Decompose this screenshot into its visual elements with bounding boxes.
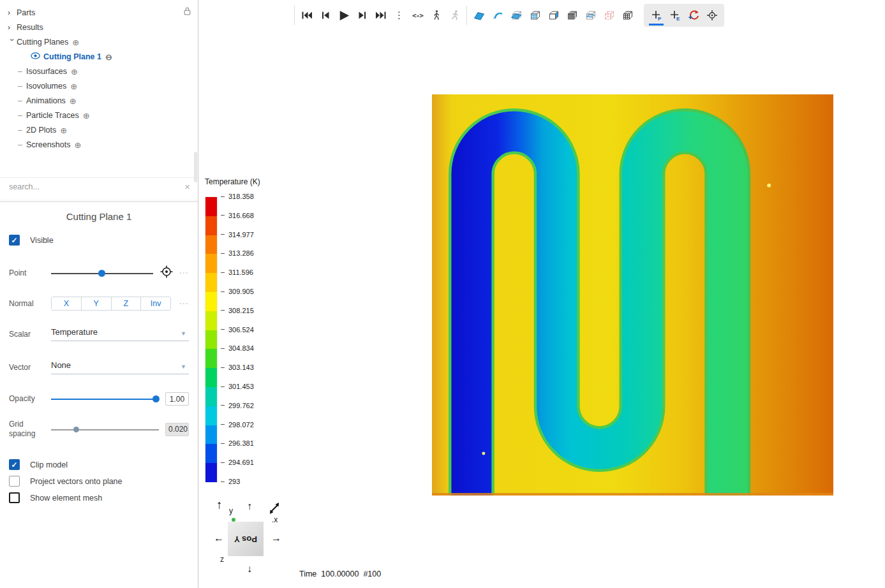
more-options-icon[interactable]: ⋮	[390, 5, 408, 26]
red-wireframe-box-icon[interactable]	[599, 5, 618, 26]
normal-inv-button[interactable]: Inv	[141, 297, 170, 310]
clear-probes-icon[interactable]	[684, 5, 703, 26]
add-circle-icon[interactable]: ⊕	[74, 140, 81, 150]
tree-branch-line	[18, 130, 22, 131]
tree-item-cutting-plane-1[interactable]: Cutting Plane 1 ⊖	[8, 52, 193, 62]
normal-x-button[interactable]: X	[52, 297, 82, 310]
project-vectors-checkbox[interactable]	[9, 476, 20, 487]
visible-checkbox[interactable]: ✓	[9, 235, 20, 246]
rotate-left-arrow-icon[interactable]: ←	[214, 533, 224, 543]
clip-plane-solid-icon[interactable]	[470, 5, 488, 26]
grid-spacing-label: Grid spacing	[9, 420, 46, 439]
visible-label: Visible	[30, 236, 54, 245]
chevron-down-icon[interactable]: ›	[8, 38, 17, 47]
step-forward-button[interactable]	[353, 5, 371, 26]
tree-item-cutting-planes[interactable]: › Cutting Planes ⊕	[8, 37, 193, 47]
render-view[interactable]	[432, 94, 833, 496]
vector-dropdown[interactable]: None ▼	[51, 360, 189, 374]
remove-circle-icon[interactable]: ⊖	[105, 52, 112, 62]
xml-glyph: <->	[412, 11, 423, 20]
step-back-button[interactable]	[316, 5, 334, 26]
chevron-right-icon[interactable]: ›	[8, 23, 17, 32]
chevron-right-icon[interactable]: ›	[8, 8, 17, 17]
point-more-icon[interactable]: ⋯	[179, 267, 189, 279]
legend-band	[205, 406, 217, 425]
slider-track	[51, 429, 159, 430]
grid-spacing-slider[interactable]	[51, 425, 159, 434]
tree-item-parts[interactable]: › Parts	[8, 8, 193, 18]
opacity-slider[interactable]	[51, 395, 159, 403]
add-circle-icon[interactable]: ⊕	[70, 82, 77, 91]
show-mesh-label: Show element mesh	[30, 494, 102, 503]
legend-tick-label: 314.977	[228, 231, 254, 239]
grid-spacing-value-box[interactable]: 0.020	[165, 423, 189, 436]
scalar-dropdown[interactable]: Temperature ▼	[51, 327, 189, 341]
add-circle-icon[interactable]: ⊕	[83, 111, 90, 121]
clip-plane-curved-icon[interactable]	[488, 5, 507, 26]
table-face-box-icon[interactable]	[618, 5, 636, 26]
legend-band	[205, 330, 217, 349]
slider-thumb[interactable]	[73, 427, 79, 432]
opacity-label: Opacity	[9, 394, 46, 404]
clear-search-icon[interactable]: ×	[184, 181, 190, 192]
show-mesh-checkbox[interactable]	[9, 492, 20, 503]
tree-item-animations[interactable]: Animations ⊕	[8, 96, 193, 106]
add-circle-icon[interactable]: ⊕	[60, 126, 67, 135]
tree-item-particle-traces[interactable]: Particle Traces ⊕	[8, 110, 193, 121]
tree-branch-line	[18, 101, 22, 101]
rotate-right-arrow-icon[interactable]: →	[271, 533, 281, 543]
clip-model-label: Clip model	[30, 460, 68, 469]
toolbar-separator	[466, 6, 467, 25]
tree-item-isovolumes[interactable]: Isovolumes ⊕	[8, 81, 193, 91]
skip-to-start-button[interactable]	[297, 5, 316, 26]
tree-item-screenshots[interactable]: Screenshots ⊕	[8, 140, 193, 150]
rotate-down-arrow-icon[interactable]: ↓	[247, 564, 252, 574]
legend-tick-label: 294.691	[228, 459, 254, 466]
center-probe-icon[interactable]	[703, 5, 721, 26]
pick-point-icon[interactable]	[160, 265, 174, 281]
probe-point-icon[interactable]: P	[647, 5, 666, 26]
probe-element-icon[interactable]: E	[666, 5, 684, 26]
xml-editor-icon[interactable]: <->	[408, 5, 427, 26]
search-input[interactable]	[8, 182, 181, 192]
tree-item-2d-plots[interactable]: 2D Plots ⊕	[8, 125, 193, 135]
legend-tick-label: 299.762	[228, 402, 254, 409]
time-label: Time	[299, 570, 316, 578]
add-circle-icon[interactable]: ⊕	[70, 96, 77, 106]
normal-z-button[interactable]: Z	[112, 297, 142, 310]
sidebar: › Parts › Results › Cutting Planes ⊕ Cut…	[0, 0, 198, 588]
lock-icon[interactable]	[183, 6, 191, 18]
slider-thumb[interactable]	[152, 395, 160, 402]
probe-dot	[482, 452, 485, 455]
point-slider[interactable]	[51, 269, 153, 277]
inner-plane-box-icon[interactable]	[581, 5, 599, 26]
add-circle-icon[interactable]: ⊕	[72, 38, 79, 47]
play-button[interactable]	[334, 5, 353, 26]
caret-down-icon: ▼	[181, 330, 186, 337]
rotate-up-arrow-icon[interactable]: ↑	[247, 501, 252, 511]
visibility-eye-icon[interactable]	[31, 52, 40, 61]
plane-in-box-icon[interactable]	[507, 5, 525, 26]
run-mode-icon[interactable]	[445, 5, 464, 26]
dense-grid-box-icon[interactable]	[562, 5, 581, 26]
legend-band	[205, 311, 217, 330]
home-view-arrow-icon[interactable]: ↑	[216, 499, 223, 511]
opacity-value-box[interactable]: 1.00	[165, 392, 189, 406]
add-circle-icon[interactable]: ⊕	[71, 67, 78, 77]
tree-item-results[interactable]: › Results	[8, 22, 193, 33]
normal-y-button[interactable]: Y	[82, 297, 112, 310]
normal-more-icon[interactable]: ⋯	[179, 298, 189, 309]
tree-item-isosurfaces[interactable]: Isosurfaces ⊕	[8, 66, 193, 77]
nav-cube-face[interactable]: Pos Y	[228, 522, 264, 556]
clip-model-checkbox[interactable]: ✓	[9, 459, 20, 470]
tree-branch-line	[18, 115, 22, 116]
tree-scrollbar[interactable]	[194, 152, 197, 182]
viewport-area: ⋮ <->	[198, 0, 885, 588]
main-toolbar: ⋮ <->	[292, 3, 724, 27]
skip-to-end-button[interactable]	[371, 5, 390, 26]
blue-face-box-icon[interactable]	[544, 5, 562, 26]
grid-face-box-icon[interactable]	[525, 5, 544, 26]
axis-x-label: .x	[272, 515, 278, 524]
slider-thumb[interactable]	[98, 270, 105, 277]
walk-mode-icon[interactable]	[427, 5, 445, 26]
